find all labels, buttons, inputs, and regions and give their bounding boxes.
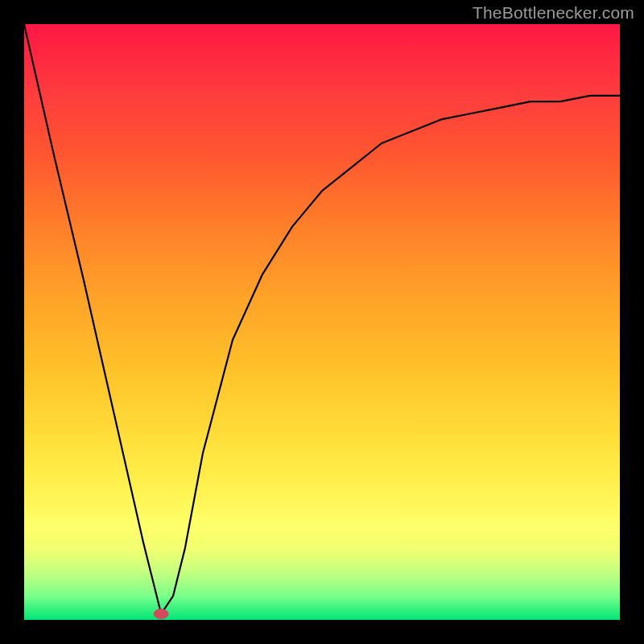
chart-svg [24, 24, 620, 620]
chart-frame: TheBottlenecker.com [0, 0, 644, 644]
minimum-marker [154, 609, 168, 619]
plot-area [24, 24, 620, 620]
bottleneck-curve [24, 24, 620, 614]
watermark-text: TheBottlenecker.com [473, 3, 634, 23]
